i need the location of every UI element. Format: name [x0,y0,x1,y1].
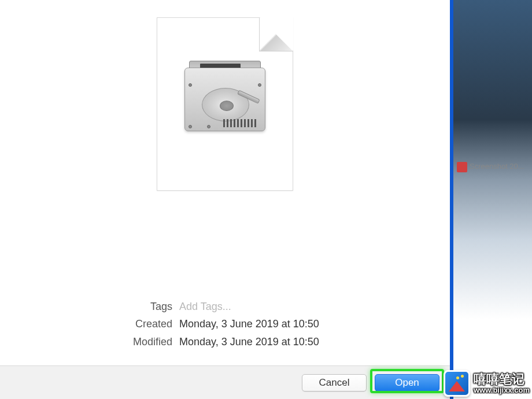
tags-label: Tags [17,298,179,315]
modified-value: Monday, 3 June 2019 at 10:50 [179,334,319,350]
cancel-button[interactable]: Cancel [302,374,367,391]
disk-screw [258,83,261,87]
hard-disk-icon [184,61,265,142]
desktop-background [450,0,532,399]
watermark: 嘻嘻笔记 www.bijixx.com [444,370,530,397]
watermark-title: 嘻嘻笔记 [474,372,530,386]
modified-label: Modified [17,334,179,350]
file-preview-area [0,0,450,298]
disk-screw [207,125,210,128]
created-label: Created [17,316,179,332]
disk-screw [189,125,192,128]
file-metadata: Tags Add Tags... Created Monday, 3 June … [0,298,450,365]
watermark-text: 嘻嘻笔记 www.bijixx.com [474,372,530,394]
created-row: Created Monday, 3 June 2019 at 10:50 [17,316,433,332]
watermark-url: www.bijixx.com [474,386,530,394]
tags-field[interactable]: Add Tags... [179,298,231,315]
background-file-item: Screenshot 20... [457,162,526,172]
background-file-label: Screenshot 20... [470,162,524,171]
disk-screw [189,83,192,87]
jpeg-file-icon [457,162,467,172]
file-open-dialog: Tags Add Tags... Created Monday, 3 June … [0,0,450,399]
dialog-button-bar: Cancel Open [0,365,450,399]
disk-vents [223,119,258,127]
disk-body [184,68,265,131]
created-value: Monday, 3 June 2019 at 10:50 [179,316,319,332]
open-button[interactable]: Open [375,374,439,391]
window-edge [450,0,453,399]
disk-image-file-icon [157,17,293,191]
tags-row: Tags Add Tags... [17,298,433,315]
modified-row: Modified Monday, 3 June 2019 at 10:50 [17,334,433,350]
watermark-logo-icon [444,370,470,397]
